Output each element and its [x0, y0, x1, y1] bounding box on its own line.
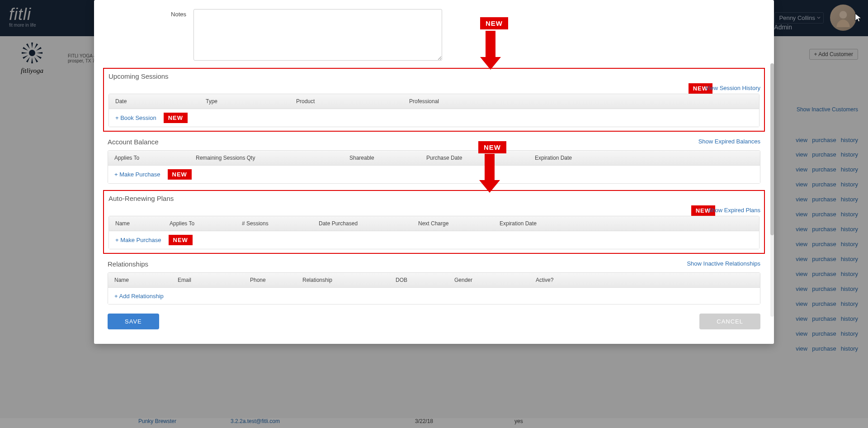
col-appliesto: Applies To — [170, 220, 242, 227]
annotation-arrow-down-icon — [479, 154, 500, 193]
view-session-history-link[interactable]: View Session History — [705, 85, 760, 91]
new-badge: NEW — [164, 113, 188, 123]
upcoming-sessions-table: Date Type Product Professional + Book Se… — [108, 94, 760, 127]
col-datepurchased: Date Purchased — [319, 220, 418, 227]
col-expiration: Expiration Date — [535, 155, 754, 161]
col-active: Active? — [536, 277, 754, 283]
col-name: Name — [114, 277, 178, 283]
upcoming-sessions-title: Upcoming Sessions — [108, 72, 760, 80]
col-email: Email — [178, 277, 250, 283]
col-type: Type — [206, 98, 296, 105]
auto-renewing-plans-title: Auto-Renewing Plans — [108, 195, 760, 202]
annotation-new-badge: NEW — [478, 141, 506, 153]
col-shareable: Shareable — [349, 155, 426, 161]
make-purchase-link[interactable]: + Make Purchase — [114, 171, 160, 178]
cursor-icon — [854, 13, 863, 23]
upcoming-sessions-section: Upcoming Sessions NEW View Session Histo… — [103, 68, 765, 132]
account-balance-table: Applies To Remaining Sessions Qty Sharea… — [108, 150, 760, 184]
make-purchase-link[interactable]: + Make Purchase — [115, 237, 161, 243]
col-professional: Professional — [409, 98, 753, 105]
cancel-button[interactable]: CANCEL — [699, 314, 760, 329]
notes-field[interactable] — [193, 9, 442, 61]
col-expiration: Expiration Date — [500, 220, 753, 227]
new-badge: NEW — [480, 17, 508, 29]
new-badge: NEW — [478, 141, 506, 153]
show-inactive-relationships-link[interactable]: Show Inactive Relationships — [687, 260, 760, 267]
show-expired-balances-link[interactable]: Show Expired Balances — [698, 138, 760, 145]
show-expired-plans-link[interactable]: Show Expired Plans — [708, 207, 760, 214]
relationships-section: Relationships Show Inactive Relationship… — [108, 260, 760, 304]
relationships-title: Relationships — [108, 260, 760, 268]
scrollbar-thumb[interactable] — [770, 63, 774, 235]
col-nextcharge: Next Charge — [418, 220, 500, 227]
col-name: Name — [115, 220, 170, 227]
col-product: Product — [296, 98, 409, 105]
notes-label: Notes — [108, 11, 193, 18]
col-phone: Phone — [250, 277, 302, 283]
account-balance-title: Account Balance — [108, 138, 760, 146]
col-dob: DOB — [396, 277, 454, 283]
col-sessions: # Sessions — [242, 220, 319, 227]
save-button[interactable]: SAVE — [108, 314, 159, 329]
new-badge: NEW — [168, 169, 192, 180]
new-badge: NEW — [169, 235, 193, 245]
relationships-table: Name Email Phone Relationship DOB Gender… — [108, 272, 760, 304]
auto-renewing-plans-table: Name Applies To # Sessions Date Purchase… — [108, 216, 760, 249]
annotation-arrow-down-icon — [480, 31, 501, 70]
col-date: Date — [115, 98, 206, 105]
customer-modal: Notes Upcoming Sessions NEW View Session… — [94, 0, 774, 344]
add-relationship-link[interactable]: + Add Relationship — [114, 293, 164, 300]
col-appliesto: Applies To — [114, 155, 196, 161]
auto-renewing-plans-section: Auto-Renewing Plans NEW Show Expired Pla… — [103, 190, 765, 254]
col-relationship: Relationship — [302, 277, 396, 283]
col-gender: Gender — [454, 277, 536, 283]
modal-scrollbar[interactable] — [770, 63, 774, 317]
book-session-link[interactable]: + Book Session — [115, 114, 156, 121]
annotation-new-badge: NEW — [480, 17, 508, 29]
col-remaining: Remaining Sessions Qty — [196, 155, 349, 161]
account-balance-section: Account Balance Show Expired Balances Ap… — [108, 138, 760, 184]
